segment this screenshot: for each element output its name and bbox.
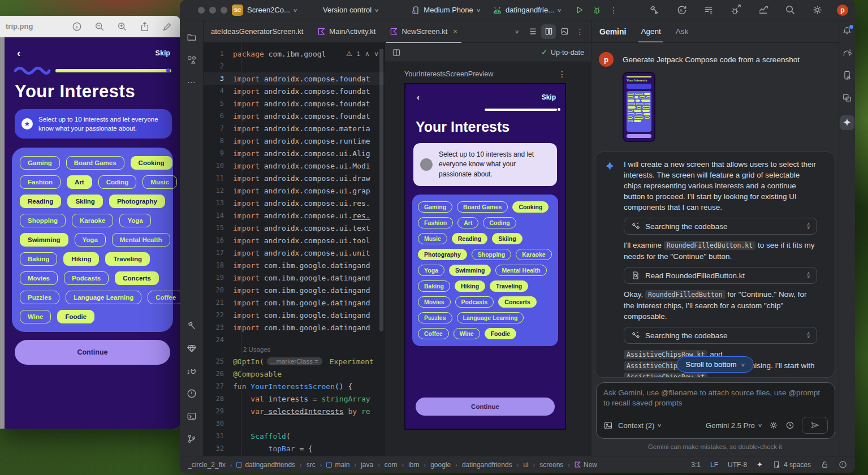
inspection-status-icon[interactable] xyxy=(839,460,847,469)
gemini-tool-card[interactable]: Searching the codebase∧∨ xyxy=(624,327,817,344)
run-config-selector[interactable]: datingandfrie...∨ xyxy=(493,6,561,14)
problems-icon[interactable] xyxy=(180,382,203,405)
editor-scrollbar[interactable] xyxy=(379,49,383,331)
user-avatar[interactable]: p xyxy=(837,5,848,16)
attach-debugger-icon[interactable] xyxy=(728,3,743,18)
project-view-icon[interactable] xyxy=(180,26,203,49)
breadcrumb-item[interactable]: _circle_2_fix xyxy=(188,461,226,469)
send-button[interactable] xyxy=(802,417,828,434)
android-icon xyxy=(493,6,502,14)
gemini-status-icon[interactable]: ✦ xyxy=(757,460,763,469)
squiggle-icon xyxy=(14,67,51,75)
gemini-prompt-input[interactable] xyxy=(603,388,828,417)
breadcrumb-item[interactable]: screens xyxy=(539,461,563,469)
breadcrumb-item[interactable]: main xyxy=(326,461,349,469)
breadcrumb-item[interactable]: com xyxy=(385,461,398,469)
traffic-lights[interactable] xyxy=(198,7,227,14)
unlock-icon[interactable] xyxy=(821,460,829,469)
terminal-icon[interactable] xyxy=(180,405,203,428)
more-actions-icon[interactable]: ⋮ xyxy=(610,6,618,15)
vcs-selector[interactable]: Version control∨ xyxy=(323,6,378,14)
zoom-in-icon[interactable] xyxy=(117,21,127,32)
project-selector[interactable]: Screen2Co...∨ xyxy=(247,6,297,14)
code-line: 21import com.ibm.google.datingand xyxy=(204,296,385,309)
gemini-input-box[interactable]: Context (2)∨ Gemini 2.5 Pro∨ xyxy=(596,382,835,439)
breadcrumb-item[interactable]: datingandfriends xyxy=(236,461,295,469)
gradle-elephant-icon[interactable] xyxy=(842,49,853,58)
interest-chip: Karaoke xyxy=(72,214,113,227)
tab-dateideasgeneratorscreen[interactable]: ateIdeasGeneratorScreen.kt xyxy=(204,20,310,42)
code-editor[interactable]: 1package com.ibm.googl⚠1∧∨23import andro… xyxy=(204,43,385,456)
debug-button[interactable] xyxy=(592,5,602,15)
line-ending[interactable]: LF xyxy=(710,461,718,469)
build-tool-window-icon[interactable] xyxy=(180,314,203,337)
continue-button: Continue xyxy=(15,340,170,365)
zoom-out-icon[interactable] xyxy=(94,21,105,32)
scroll-to-bottom-button[interactable]: Scroll to bottom ∨ xyxy=(676,356,754,373)
build-hammer-icon[interactable] xyxy=(647,3,662,18)
more-tool-windows-icon[interactable]: ⋯ xyxy=(180,71,203,94)
code-line: 16import androidx.compose.ui.tool xyxy=(204,234,385,247)
tab-ask[interactable]: Ask xyxy=(676,20,689,42)
logcat-cat-icon[interactable] xyxy=(180,360,203,382)
share-icon[interactable] xyxy=(140,21,150,32)
file-encoding[interactable]: UTF-8 xyxy=(728,461,747,469)
minimize-window-button[interactable] xyxy=(209,7,216,14)
todo-list-icon[interactable]: s xyxy=(701,3,716,18)
app-insights-gem-icon[interactable] xyxy=(180,337,203,360)
design-view-icon[interactable] xyxy=(557,24,572,39)
tab-agent[interactable]: Agent xyxy=(641,20,660,42)
editor-options-icon[interactable]: ⋮ xyxy=(573,24,588,39)
gemini-tool-window-icon[interactable] xyxy=(840,115,854,130)
run-button[interactable] xyxy=(575,5,584,15)
profiler-icon[interactable] xyxy=(755,3,770,18)
gemini-header: Gemini Agent Ask xyxy=(591,20,839,43)
device-selector[interactable]: Medium Phone∨ xyxy=(411,6,480,15)
search-everywhere-icon[interactable] xyxy=(783,3,797,18)
breadcrumb-item[interactable]: ui xyxy=(523,461,528,469)
layout-inspector-icon[interactable] xyxy=(842,93,852,103)
attach-image-icon[interactable] xyxy=(603,421,613,430)
indent-widget[interactable]: 4 spaces xyxy=(772,460,811,469)
editor-tabstrip: ateIdeasGeneratorScreen.kt MainActivity.… xyxy=(204,20,591,43)
breadcrumb-item[interactable]: ibm xyxy=(408,461,419,469)
breadcrumb-item[interactable]: src xyxy=(306,461,316,469)
kotlin-icon xyxy=(390,28,398,35)
user-avatar: p xyxy=(599,52,614,67)
tab-newscreen[interactable]: NewScreen.kt × xyxy=(383,20,465,42)
info-icon[interactable] xyxy=(72,21,82,32)
usages-hint[interactable]: 2 Usages xyxy=(243,346,385,355)
code-view-icon[interactable] xyxy=(525,24,540,39)
interest-chips-grid: GamingBoard GamesCookingFashionArtCoding… xyxy=(412,195,558,346)
settings-gear-icon[interactable] xyxy=(810,3,824,18)
split-view-icon[interactable] xyxy=(541,24,556,39)
device-manager-icon[interactable] xyxy=(842,70,852,80)
close-window-button[interactable] xyxy=(198,7,205,14)
cursor-position[interactable]: 3:1 xyxy=(691,461,701,469)
resource-manager-icon[interactable] xyxy=(180,49,203,71)
gemini-settings-gear-icon[interactable] xyxy=(769,421,778,430)
notifications-bell-icon[interactable] xyxy=(842,26,852,36)
breadcrumb-item[interactable]: datingandfriends xyxy=(462,461,512,469)
tabs-chevron-down-icon[interactable]: ∨ xyxy=(509,24,524,39)
preview-layout-icon[interactable] xyxy=(392,48,401,57)
inspection-widget[interactable]: ⚠1∧∨ xyxy=(346,50,385,58)
interest-chip: Traveling xyxy=(105,252,150,266)
close-tab-icon[interactable]: × xyxy=(453,27,457,36)
gemini-tool-card[interactable]: Read RoundedFilledButton.kt∧∨ xyxy=(624,267,817,284)
breadcrumb-item[interactable]: google xyxy=(430,461,451,469)
tab-mainactivity[interactable]: MainActivity.kt xyxy=(310,20,383,42)
model-selector[interactable]: Gemini 2.5 Pro∨ xyxy=(706,421,762,430)
attached-screenshot-thumbnail[interactable]: Your Interests xyxy=(623,72,655,142)
preview-options-icon[interactable]: ⋮ xyxy=(558,70,566,79)
breadcrumb-item[interactable]: New xyxy=(575,461,597,469)
preview-name-label: YourInterestsScreenPreview xyxy=(404,70,493,78)
sync-project-icon[interactable]: A xyxy=(674,3,689,18)
zoom-window-button[interactable] xyxy=(221,7,227,14)
history-clock-icon[interactable] xyxy=(785,421,794,430)
breadcrumb-item[interactable]: java xyxy=(361,461,373,469)
context-selector[interactable]: Context (2)∨ xyxy=(618,421,662,430)
markup-pencil-icon[interactable] xyxy=(162,21,172,32)
version-control-icon[interactable] xyxy=(180,428,203,450)
gemini-tool-card[interactable]: Searching the codebase∧∨ xyxy=(624,218,817,235)
